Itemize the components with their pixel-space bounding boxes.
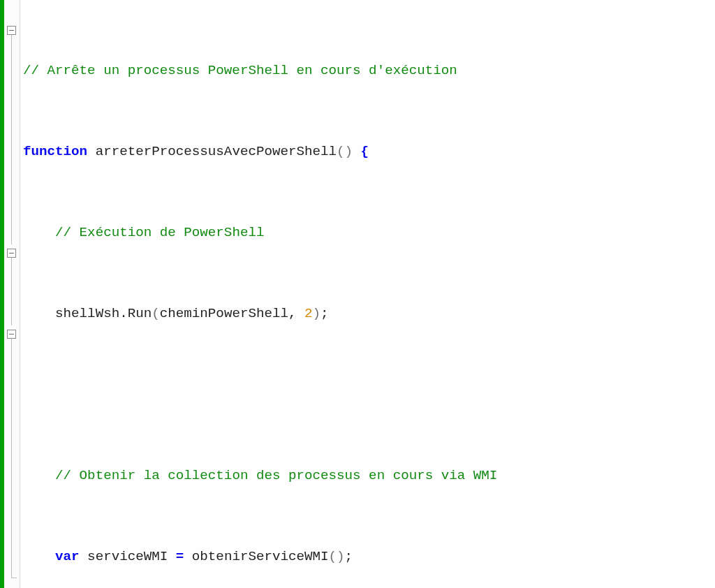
indent	[23, 225, 55, 240]
paren: ()	[337, 144, 353, 159]
paren: ()	[329, 549, 345, 564]
code-line-blank	[23, 385, 715, 405]
indent	[23, 468, 55, 483]
fold-toggle-for[interactable]	[7, 249, 16, 258]
arg: cheminPowerShell	[160, 306, 288, 321]
code-line: // Arrête un processus PowerShell en cou…	[23, 61, 715, 81]
code-area[interactable]: // Arrête un processus PowerShell en cou…	[20, 0, 715, 588]
semi: ;	[345, 549, 353, 564]
ident: serviceWMI	[80, 549, 176, 564]
fold-guide	[11, 339, 12, 578]
comment: // Obtenir la collection des processus e…	[55, 468, 497, 483]
code-line: // Exécution de PowerShell	[23, 223, 715, 243]
indent	[23, 306, 55, 321]
comma: ,	[288, 306, 304, 321]
number: 2	[304, 306, 313, 321]
fold-guide	[11, 258, 12, 325]
code-line: // Obtenir la collection des processus e…	[23, 466, 715, 486]
equals: =	[176, 549, 184, 564]
code-line: shellWsh.Run(cheminPowerShell, 2);	[23, 304, 715, 324]
brace: {	[353, 144, 369, 159]
fold-end	[11, 578, 17, 578]
paren: (	[152, 306, 160, 321]
comment: // Arrête un processus PowerShell en cou…	[23, 63, 457, 78]
function-name: arreterProcessusAvecPowerShell	[87, 144, 337, 159]
paren: )	[313, 306, 321, 321]
keyword-function: function	[23, 144, 87, 159]
call: shellWsh.Run	[55, 306, 152, 321]
keyword-var: var	[55, 549, 80, 564]
code-editor[interactable]: // Arrête un processus PowerShell en cou…	[0, 0, 715, 588]
indent	[23, 549, 55, 564]
code-line: var serviceWMI = obtenirServiceWMI();	[23, 547, 715, 567]
fold-gutter[interactable]	[4, 0, 20, 588]
fold-toggle-if[interactable]	[7, 330, 16, 339]
semi: ;	[320, 306, 329, 321]
fold-toggle-function[interactable]	[7, 26, 16, 35]
fold-guide	[11, 35, 12, 244]
code-line: function arreterProcessusAvecPowerShell(…	[23, 142, 715, 162]
comment: // Exécution de PowerShell	[55, 225, 264, 240]
call: obtenirServiceWMI	[184, 549, 328, 564]
